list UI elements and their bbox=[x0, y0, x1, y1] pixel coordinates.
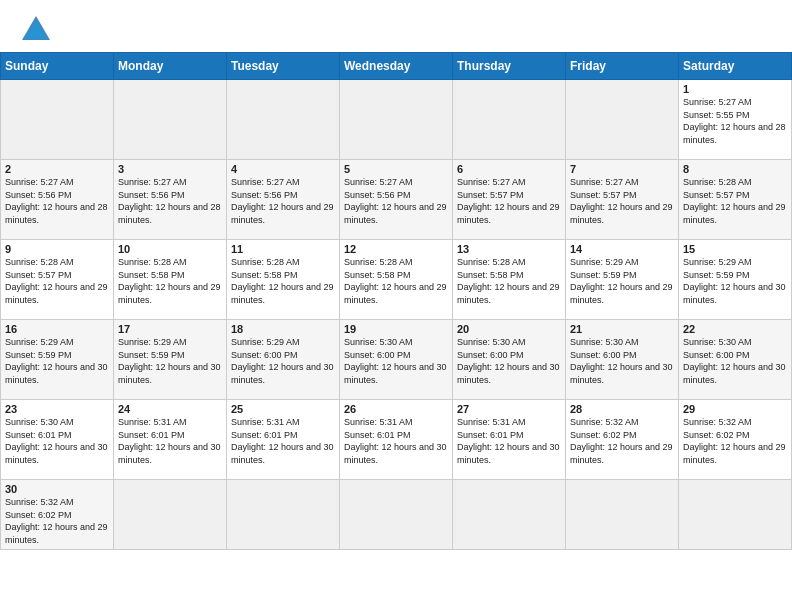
calendar-day: 6Sunrise: 5:27 AM Sunset: 5:57 PM Daylig… bbox=[453, 160, 566, 240]
day-info: Sunrise: 5:27 AM Sunset: 5:55 PM Dayligh… bbox=[683, 96, 787, 146]
day-info: Sunrise: 5:30 AM Sunset: 6:00 PM Dayligh… bbox=[570, 336, 674, 386]
day-info: Sunrise: 5:30 AM Sunset: 6:00 PM Dayligh… bbox=[457, 336, 561, 386]
page-header bbox=[0, 0, 792, 52]
day-number: 7 bbox=[570, 163, 674, 175]
day-number: 18 bbox=[231, 323, 335, 335]
day-info: Sunrise: 5:29 AM Sunset: 5:59 PM Dayligh… bbox=[570, 256, 674, 306]
day-number: 16 bbox=[5, 323, 109, 335]
calendar-day: 5Sunrise: 5:27 AM Sunset: 5:56 PM Daylig… bbox=[340, 160, 453, 240]
calendar-day: 19Sunrise: 5:30 AM Sunset: 6:00 PM Dayli… bbox=[340, 320, 453, 400]
day-info: Sunrise: 5:28 AM Sunset: 5:58 PM Dayligh… bbox=[231, 256, 335, 306]
day-number: 22 bbox=[683, 323, 787, 335]
calendar-week-3: 9Sunrise: 5:28 AM Sunset: 5:57 PM Daylig… bbox=[1, 240, 792, 320]
day-number: 21 bbox=[570, 323, 674, 335]
day-info: Sunrise: 5:29 AM Sunset: 6:00 PM Dayligh… bbox=[231, 336, 335, 386]
calendar-day: 12Sunrise: 5:28 AM Sunset: 5:58 PM Dayli… bbox=[340, 240, 453, 320]
calendar-container: SundayMondayTuesdayWednesdayThursdayFrid… bbox=[0, 52, 792, 558]
day-number: 26 bbox=[344, 403, 448, 415]
day-number: 10 bbox=[118, 243, 222, 255]
day-info: Sunrise: 5:27 AM Sunset: 5:56 PM Dayligh… bbox=[231, 176, 335, 226]
day-number: 28 bbox=[570, 403, 674, 415]
day-number: 23 bbox=[5, 403, 109, 415]
day-number: 2 bbox=[5, 163, 109, 175]
day-number: 3 bbox=[118, 163, 222, 175]
day-number: 5 bbox=[344, 163, 448, 175]
day-info: Sunrise: 5:27 AM Sunset: 5:56 PM Dayligh… bbox=[118, 176, 222, 226]
day-number: 29 bbox=[683, 403, 787, 415]
calendar-day: 18Sunrise: 5:29 AM Sunset: 6:00 PM Dayli… bbox=[227, 320, 340, 400]
day-number: 11 bbox=[231, 243, 335, 255]
weekday-header-thursday: Thursday bbox=[453, 53, 566, 80]
calendar-day: 9Sunrise: 5:28 AM Sunset: 5:57 PM Daylig… bbox=[1, 240, 114, 320]
day-info: Sunrise: 5:31 AM Sunset: 6:01 PM Dayligh… bbox=[118, 416, 222, 466]
calendar-day: 21Sunrise: 5:30 AM Sunset: 6:00 PM Dayli… bbox=[566, 320, 679, 400]
calendar-day: 20Sunrise: 5:30 AM Sunset: 6:00 PM Dayli… bbox=[453, 320, 566, 400]
calendar-day bbox=[566, 80, 679, 160]
day-number: 8 bbox=[683, 163, 787, 175]
calendar-day bbox=[114, 80, 227, 160]
day-info: Sunrise: 5:28 AM Sunset: 5:58 PM Dayligh… bbox=[118, 256, 222, 306]
calendar-day: 25Sunrise: 5:31 AM Sunset: 6:01 PM Dayli… bbox=[227, 400, 340, 480]
calendar-day bbox=[227, 80, 340, 160]
day-number: 9 bbox=[5, 243, 109, 255]
calendar-table: SundayMondayTuesdayWednesdayThursdayFrid… bbox=[0, 52, 792, 550]
day-info: Sunrise: 5:29 AM Sunset: 5:59 PM Dayligh… bbox=[683, 256, 787, 306]
calendar-day bbox=[566, 480, 679, 550]
day-number: 15 bbox=[683, 243, 787, 255]
weekday-header-wednesday: Wednesday bbox=[340, 53, 453, 80]
day-number: 14 bbox=[570, 243, 674, 255]
day-number: 27 bbox=[457, 403, 561, 415]
calendar-week-5: 23Sunrise: 5:30 AM Sunset: 6:01 PM Dayli… bbox=[1, 400, 792, 480]
day-info: Sunrise: 5:28 AM Sunset: 5:58 PM Dayligh… bbox=[457, 256, 561, 306]
day-number: 12 bbox=[344, 243, 448, 255]
day-number: 4 bbox=[231, 163, 335, 175]
weekday-header-monday: Monday bbox=[114, 53, 227, 80]
calendar-day: 14Sunrise: 5:29 AM Sunset: 5:59 PM Dayli… bbox=[566, 240, 679, 320]
calendar-day: 3Sunrise: 5:27 AM Sunset: 5:56 PM Daylig… bbox=[114, 160, 227, 240]
calendar-week-1: 1Sunrise: 5:27 AM Sunset: 5:55 PM Daylig… bbox=[1, 80, 792, 160]
day-info: Sunrise: 5:32 AM Sunset: 6:02 PM Dayligh… bbox=[570, 416, 674, 466]
calendar-day: 30Sunrise: 5:32 AM Sunset: 6:02 PM Dayli… bbox=[1, 480, 114, 550]
calendar-day: 29Sunrise: 5:32 AM Sunset: 6:02 PM Dayli… bbox=[679, 400, 792, 480]
calendar-day: 22Sunrise: 5:30 AM Sunset: 6:00 PM Dayli… bbox=[679, 320, 792, 400]
calendar-day: 2Sunrise: 5:27 AM Sunset: 5:56 PM Daylig… bbox=[1, 160, 114, 240]
calendar-day: 27Sunrise: 5:31 AM Sunset: 6:01 PM Dayli… bbox=[453, 400, 566, 480]
calendar-day bbox=[453, 480, 566, 550]
day-number: 13 bbox=[457, 243, 561, 255]
day-info: Sunrise: 5:27 AM Sunset: 5:57 PM Dayligh… bbox=[570, 176, 674, 226]
day-info: Sunrise: 5:30 AM Sunset: 6:00 PM Dayligh… bbox=[683, 336, 787, 386]
day-info: Sunrise: 5:32 AM Sunset: 6:02 PM Dayligh… bbox=[683, 416, 787, 466]
weekday-header-tuesday: Tuesday bbox=[227, 53, 340, 80]
calendar-day: 4Sunrise: 5:27 AM Sunset: 5:56 PM Daylig… bbox=[227, 160, 340, 240]
calendar-day: 10Sunrise: 5:28 AM Sunset: 5:58 PM Dayli… bbox=[114, 240, 227, 320]
calendar-day: 8Sunrise: 5:28 AM Sunset: 5:57 PM Daylig… bbox=[679, 160, 792, 240]
calendar-day bbox=[340, 480, 453, 550]
calendar-day: 23Sunrise: 5:30 AM Sunset: 6:01 PM Dayli… bbox=[1, 400, 114, 480]
calendar-week-4: 16Sunrise: 5:29 AM Sunset: 5:59 PM Dayli… bbox=[1, 320, 792, 400]
day-number: 6 bbox=[457, 163, 561, 175]
day-info: Sunrise: 5:28 AM Sunset: 5:57 PM Dayligh… bbox=[5, 256, 109, 306]
calendar-day: 15Sunrise: 5:29 AM Sunset: 5:59 PM Dayli… bbox=[679, 240, 792, 320]
calendar-week-6: 30Sunrise: 5:32 AM Sunset: 6:02 PM Dayli… bbox=[1, 480, 792, 550]
calendar-day: 7Sunrise: 5:27 AM Sunset: 5:57 PM Daylig… bbox=[566, 160, 679, 240]
logo-icon bbox=[18, 12, 54, 48]
calendar-day bbox=[114, 480, 227, 550]
calendar-week-2: 2Sunrise: 5:27 AM Sunset: 5:56 PM Daylig… bbox=[1, 160, 792, 240]
calendar-day bbox=[1, 80, 114, 160]
calendar-day bbox=[679, 480, 792, 550]
calendar-header: SundayMondayTuesdayWednesdayThursdayFrid… bbox=[1, 53, 792, 80]
day-info: Sunrise: 5:29 AM Sunset: 5:59 PM Dayligh… bbox=[118, 336, 222, 386]
calendar-day: 28Sunrise: 5:32 AM Sunset: 6:02 PM Dayli… bbox=[566, 400, 679, 480]
calendar-day: 16Sunrise: 5:29 AM Sunset: 5:59 PM Dayli… bbox=[1, 320, 114, 400]
calendar-day: 1Sunrise: 5:27 AM Sunset: 5:55 PM Daylig… bbox=[679, 80, 792, 160]
day-info: Sunrise: 5:31 AM Sunset: 6:01 PM Dayligh… bbox=[457, 416, 561, 466]
day-info: Sunrise: 5:27 AM Sunset: 5:57 PM Dayligh… bbox=[457, 176, 561, 226]
calendar-day: 26Sunrise: 5:31 AM Sunset: 6:01 PM Dayli… bbox=[340, 400, 453, 480]
weekday-header-friday: Friday bbox=[566, 53, 679, 80]
day-info: Sunrise: 5:28 AM Sunset: 5:57 PM Dayligh… bbox=[683, 176, 787, 226]
day-number: 24 bbox=[118, 403, 222, 415]
day-info: Sunrise: 5:28 AM Sunset: 5:58 PM Dayligh… bbox=[344, 256, 448, 306]
day-info: Sunrise: 5:31 AM Sunset: 6:01 PM Dayligh… bbox=[231, 416, 335, 466]
weekday-header-sunday: Sunday bbox=[1, 53, 114, 80]
day-number: 25 bbox=[231, 403, 335, 415]
